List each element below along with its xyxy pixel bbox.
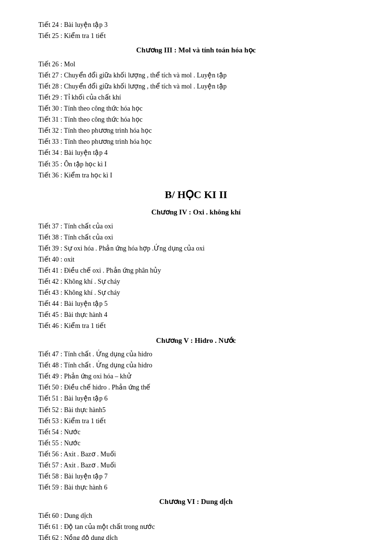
- line-item-31: Tiết 51 : Bài luyện tập 6: [38, 393, 354, 404]
- big-heading-14: B/ HỌC KI II: [38, 186, 354, 203]
- line-item-8: Tiết 31 : Tính theo công thức hóa học: [38, 114, 354, 125]
- line-item-19: Tiết 40 : oxit: [38, 254, 354, 265]
- line-item-33: Tiết 53 : Kiểm tra 1 tiết: [38, 415, 354, 427]
- section-heading-40: Chương VI : Dung dịch: [38, 496, 354, 508]
- line-item-30: Tiết 50 : Điều chế hidro . Phản ứng thế: [38, 382, 354, 393]
- line-item-39: Tiết 59 : Bài thực hành 6: [38, 482, 354, 493]
- line-item-0: Tiết 24 : Bài luyện tập 3: [38, 19, 354, 30]
- line-item-23: Tiết 44 : Bài luyện tập 5: [38, 298, 354, 309]
- line-item-35: Tiết 55 : Nước: [38, 438, 354, 449]
- line-item-37: Tiết 57 : Axit . Bazơ . Muối: [38, 460, 354, 471]
- line-item-25: Tiết 46 : Kiểm tra 1 tiết: [38, 320, 354, 331]
- line-item-18: Tiết 39 : Sự oxi hóa . Phản ứng hóa hợp …: [38, 243, 354, 254]
- line-item-36: Tiết 56 : Axit . Bazơ . Muối: [38, 449, 354, 460]
- line-item-41: Tiết 60 : Dung dịch: [38, 510, 354, 521]
- line-item-42: Tiết 61 : Độ tan của một chất trong nước: [38, 521, 354, 532]
- section-heading-26: Chương V : Hidro . Nước: [38, 335, 354, 347]
- line-item-32: Tiết 52 : Bài thực hành5: [38, 404, 354, 415]
- line-item-20: Tiết 41 : Điều chế oxi . Phản ứng phân h…: [38, 265, 354, 276]
- line-item-1: Tiết 25 : Kiểm tra 1 tiết: [38, 30, 354, 41]
- section-heading-15: Chương IV : Oxi . không khí: [38, 206, 354, 219]
- line-item-24: Tiết 45 : Bài thực hành 4: [38, 309, 354, 320]
- line-item-29: Tiết 49 : Phản ứng oxi hóa – khử: [38, 371, 354, 382]
- line-item-16: Tiết 37 : Tính chất của oxi: [38, 221, 354, 232]
- line-item-22: Tiết 43 : Không khí . Sự cháy: [38, 287, 354, 298]
- main-content: Tiết 24 : Bài luyện tập 3Tiết 25 : Kiểm …: [38, 19, 354, 540]
- line-item-4: Tiết 27 : Chuyển đổi giữa khối lượng , t…: [38, 70, 354, 81]
- line-item-34: Tiết 54 : Nước: [38, 427, 354, 438]
- line-item-12: Tiết 35 : Ôn tập học kì I: [38, 159, 354, 170]
- line-item-11: Tiết 34 : Bài luyện tập 4: [38, 147, 354, 158]
- line-item-13: Tiết 36 : Kiểm tra học kì I: [38, 170, 354, 181]
- line-item-27: Tiết 47 : Tính chất . Ứng dụng của hidro: [38, 349, 354, 360]
- section-heading-2: Chương III : Mol và tính toán hóa học: [38, 44, 354, 57]
- line-item-3: Tiết 26 : Mol: [38, 59, 354, 70]
- line-item-21: Tiết 42 : Không khí . Sự cháy: [38, 276, 354, 287]
- line-item-38: Tiết 58 : Bài luyện tập 7: [38, 471, 354, 482]
- line-item-7: Tiết 30 : Tính theo công thức hóa học: [38, 103, 354, 114]
- line-item-5: Tiết 28 : Chuyển đổi giữa khối lượng , t…: [38, 81, 354, 92]
- line-item-9: Tiết 32 : Tính theo phương trình hóa học: [38, 125, 354, 136]
- line-item-10: Tiết 33 : Tính theo phương trình hóa học: [38, 136, 354, 147]
- line-item-28: Tiết 48 : Tính chất . Ứng dụng của hidro: [38, 360, 354, 371]
- line-item-43: Tiết 62 : Nồng độ dung dịch: [38, 532, 354, 540]
- line-item-6: Tiết 29 : Tỉ khối của chất khí: [38, 92, 354, 103]
- line-item-17: Tiết 38 : Tính chất của oxi: [38, 232, 354, 243]
